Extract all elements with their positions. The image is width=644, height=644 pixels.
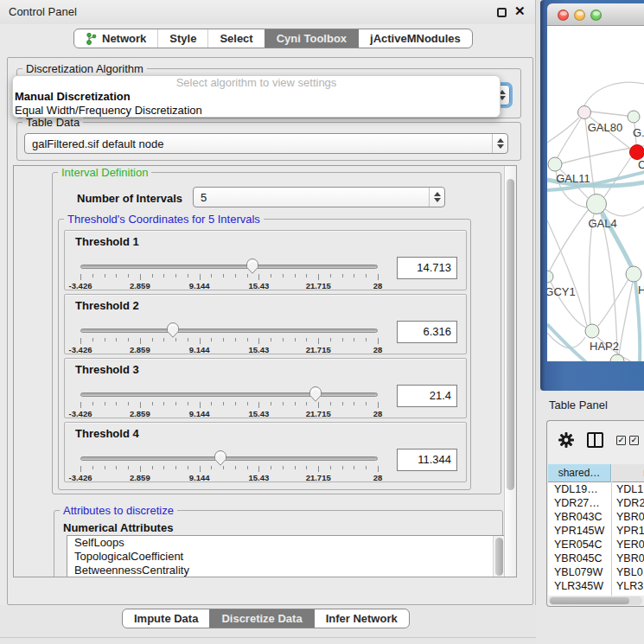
settings-scrollbar-thumb[interactable]: [507, 179, 514, 490]
threshold-value-field[interactable]: 14.713: [397, 257, 457, 279]
attribute-item[interactable]: SelfLoops: [67, 536, 505, 550]
checkbox-icon[interactable]: ✓: [616, 436, 626, 445]
tab-label: Impute Data: [134, 612, 198, 625]
list-scrollbar[interactable]: [493, 536, 505, 577]
slider-track[interactable]: [80, 265, 378, 269]
table-row[interactable]: YLR345WYLR3: [548, 579, 644, 593]
slider-tick: [306, 274, 307, 277]
slider-thumb[interactable]: [245, 258, 259, 274]
tab-style[interactable]: Style: [157, 29, 207, 48]
slider-track[interactable]: [80, 392, 378, 397]
slider-thumb[interactable]: [166, 322, 180, 338]
slider-tick-label: 15.43: [249, 281, 270, 290]
slider-track[interactable]: [80, 456, 378, 461]
table-row[interactable]: YDL19…YDL1: [548, 482, 644, 496]
slider-tick-label: 21.715: [306, 281, 331, 290]
slider-tick: [175, 338, 176, 341]
tab-label: Style: [169, 32, 196, 45]
slider-tick: [140, 274, 141, 280]
column-header-name[interactable]: na: [612, 464, 644, 482]
bottom-tab-impute-data[interactable]: Impute Data: [123, 609, 209, 628]
network-node-GCY1[interactable]: [547, 271, 553, 283]
number-of-intervals-combobox[interactable]: 5: [193, 187, 445, 207]
network-node-GAL11[interactable]: [548, 157, 562, 171]
column-header-shared-name[interactable]: shared…: [548, 464, 611, 482]
threshold-value-field[interactable]: 6.316: [397, 321, 457, 343]
network-node-H[interactable]: [626, 266, 641, 282]
slider-tick: [80, 402, 81, 408]
slider-tick: [188, 466, 188, 469]
split-columns-icon[interactable]: [587, 432, 603, 448]
gear-icon[interactable]: [558, 432, 574, 448]
table-row[interactable]: YBL079WYBL0: [548, 565, 644, 579]
bottom-tab-discretize-data[interactable]: Discretize Data: [209, 609, 313, 628]
table-row[interactable]: YBR043CYBR0: [548, 510, 644, 524]
settings-scrollbar[interactable]: [504, 166, 516, 577]
slider-tick-label: 9.144: [189, 281, 210, 290]
list-scrollbar-thumb[interactable]: [495, 538, 503, 576]
table-row[interactable]: YIL052CYIL0: [548, 593, 644, 596]
network-node-label: GAL80: [588, 121, 622, 134]
scrollbar-thumb[interactable]: [550, 597, 629, 604]
network-node-GAL4[interactable]: [587, 194, 607, 214]
slider-tick: [80, 338, 81, 344]
slider-tick: [163, 338, 164, 341]
slider-tick: [295, 338, 296, 341]
table-horizontal-scrollbar[interactable]: [549, 596, 642, 605]
network-canvas[interactable]: GAL80G.CGAL11GAL4GCY1HHAP2: [547, 26, 644, 361]
slider-track[interactable]: [80, 328, 378, 333]
slider-tick: [200, 338, 201, 344]
table-row[interactable]: YDR27…YDR2: [548, 496, 644, 510]
tab-network[interactable]: Network: [74, 29, 157, 48]
float-window-icon[interactable]: [497, 8, 507, 17]
table-row[interactable]: YPR145WYPR1: [548, 524, 644, 538]
combo-stepper-icon[interactable]: [429, 188, 444, 207]
network-window-titlebar[interactable]: [547, 3, 644, 26]
slider-tick: [235, 466, 236, 469]
threshold-value-field[interactable]: 21.4: [397, 385, 457, 407]
attribute-item[interactable]: BetweennessCentrality: [67, 564, 505, 577]
table-row[interactable]: YER054CYER0: [548, 538, 644, 552]
threshold-value-field[interactable]: 11.344: [397, 449, 457, 471]
column-divider: [611, 482, 612, 596]
slider-tick-label: 28: [373, 281, 383, 290]
network-node-label: GCY1: [547, 285, 576, 298]
network-node-red[interactable]: [630, 145, 644, 160]
cell-name: YDL1: [616, 482, 643, 496]
cell-name: YBR0: [616, 552, 644, 565]
tab-select[interactable]: Select: [207, 29, 264, 48]
slider-tick: [271, 402, 271, 405]
network-node-partial[interactable]: [610, 354, 624, 361]
network-node-GAL80[interactable]: [578, 106, 591, 119]
slider-tick: [200, 466, 201, 472]
slider-tick: [330, 338, 331, 341]
minimize-traffic-icon[interactable]: [574, 10, 585, 21]
network-node-G.[interactable]: [628, 111, 640, 123]
dropdown-item-manual-discretization[interactable]: Manual Discretization: [13, 90, 500, 104]
tab-cyni-toolbox[interactable]: Cyni Toolbox: [265, 29, 358, 48]
checkbox-icon[interactable]: ✓: [629, 436, 639, 445]
attributes-group-label: Attributes to discretize: [60, 504, 177, 517]
table-row[interactable]: YBR045CYBR0: [548, 552, 644, 565]
network-edge: [589, 214, 594, 324]
table-data-label: Table Data: [22, 116, 83, 129]
network-graph[interactable]: GAL80G.CGAL11GAL4GCY1HHAP2: [547, 26, 644, 361]
slider-tick: [223, 274, 224, 277]
slider-tick: [342, 274, 343, 277]
dropdown-item-equal-width-frequency[interactable]: Equal Width/Frequency Discretization: [13, 104, 500, 118]
slider-thumb[interactable]: [214, 450, 227, 466]
cell-shared-name: YER054C: [554, 538, 603, 552]
slider-tick: [140, 402, 141, 408]
slider-thumb[interactable]: [309, 386, 322, 402]
zoom-traffic-icon[interactable]: [590, 10, 602, 21]
table-data-combobox[interactable]: galFiltered.sif default node: [24, 133, 508, 154]
slider-tick: [223, 466, 224, 469]
combo-stepper-icon[interactable]: [492, 134, 507, 153]
close-icon[interactable]: ✕: [514, 3, 526, 19]
numerical-attributes-list[interactable]: SelfLoopsTopologicalCoefficientBetweenne…: [67, 535, 506, 577]
close-traffic-icon[interactable]: [558, 10, 569, 21]
attribute-item[interactable]: TopologicalCoefficient: [67, 550, 505, 564]
network-node-HAP2[interactable]: [585, 324, 599, 338]
bottom-tab-infer-network[interactable]: Infer Network: [314, 609, 409, 628]
tab-jactivemnodules[interactable]: jActiveMNodules: [358, 29, 472, 48]
